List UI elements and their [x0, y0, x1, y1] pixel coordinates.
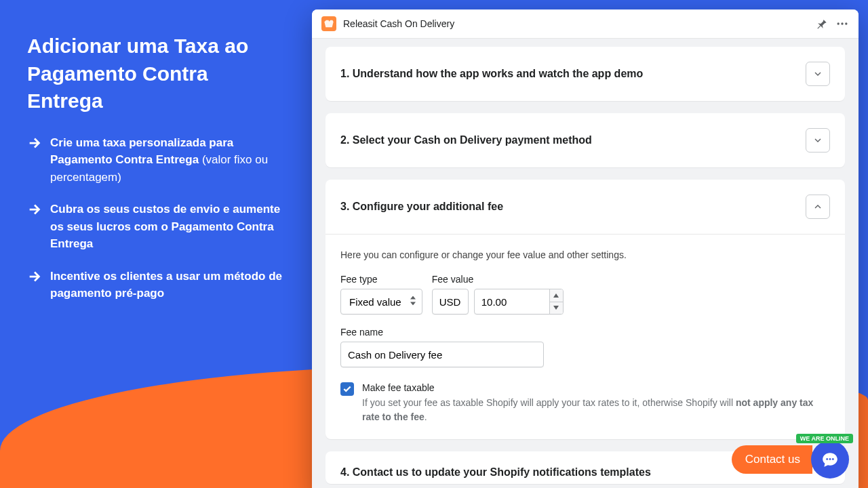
- step-header[interactable]: 1. Understand how the app works and watc…: [326, 47, 845, 101]
- collapse-button[interactable]: [806, 195, 830, 219]
- config-intro: Here you can configure or change your fe…: [340, 249, 830, 260]
- step-title: 4. Contact us to update your Shopify not…: [340, 466, 651, 479]
- app-logo-icon: [321, 16, 336, 31]
- bullet-item: Crie uma taxa personalizada para Pagamen…: [27, 134, 285, 186]
- chat-button[interactable]: WE ARE ONLINE: [811, 441, 849, 479]
- svg-point-4: [829, 458, 831, 460]
- steps-container: 1. Understand how the app works and watc…: [312, 39, 859, 488]
- select-arrows-icon: [410, 296, 416, 308]
- expand-button[interactable]: [806, 62, 830, 86]
- online-badge: WE ARE ONLINE: [796, 434, 853, 443]
- step-header[interactable]: 3. Configure your additional fee: [326, 180, 845, 234]
- fee-type-select[interactable]: Fixed value: [340, 289, 422, 314]
- arrow-right-icon: [27, 136, 42, 150]
- step-title: 1. Understand how the app works and watc…: [340, 68, 643, 80]
- chat-icon: [821, 451, 839, 468]
- app-window: Releasit Cash On Delivery 1. Understand …: [312, 9, 859, 488]
- stepper-down-button[interactable]: [549, 302, 563, 314]
- expand-button[interactable]: [806, 128, 830, 152]
- step-card-2: 2. Select your Cash on Delivery payment …: [326, 113, 845, 167]
- svg-point-5: [832, 458, 834, 460]
- fee-value-label: Fee value: [432, 274, 564, 285]
- bullet-item: Cubra os seus custos de envio e aumente …: [27, 201, 285, 253]
- pin-icon[interactable]: [815, 17, 829, 30]
- fee-value-group: Fee value USD: [432, 274, 564, 314]
- svg-point-2: [845, 22, 847, 24]
- fee-name-group: Fee name Cash on Delivery fee: [340, 327, 830, 367]
- currency-display: USD: [432, 289, 469, 314]
- page-title: Adicionar uma Taxa ao Pagamento Contra E…: [27, 33, 285, 115]
- step-title: 2. Select your Cash on Delivery payment …: [340, 134, 592, 146]
- bullet-list: Crie uma taxa personalizada para Pagamen…: [27, 134, 285, 302]
- svg-point-1: [841, 22, 843, 24]
- step-title: 3. Configure your additional fee: [340, 201, 503, 213]
- chevron-down-icon: [812, 68, 823, 79]
- taxable-checkbox[interactable]: [340, 382, 354, 396]
- svg-point-3: [826, 458, 828, 460]
- step-body: Here you can configure or change your fe…: [326, 234, 845, 439]
- fee-name-input[interactable]: Cash on Delivery fee: [340, 342, 544, 367]
- app-title: Releasit Cash On Delivery: [343, 18, 808, 29]
- chevron-up-icon: [812, 201, 823, 212]
- fee-name-label: Fee name: [340, 327, 830, 338]
- arrow-right-icon: [27, 269, 42, 284]
- taxable-label: Make fee taxable: [362, 382, 830, 393]
- more-menu-icon[interactable]: [835, 17, 849, 30]
- fee-value-input-wrapper: [474, 289, 564, 314]
- chevron-down-icon: [812, 135, 823, 146]
- fee-type-label: Fee type: [340, 274, 422, 285]
- taxable-help: If you set your fee as taxable Shopify w…: [362, 396, 830, 424]
- step-card-1: 1. Understand how the app works and watc…: [326, 47, 845, 101]
- marketing-panel: Adicionar uma Taxa ao Pagamento Contra E…: [27, 33, 285, 317]
- bullet-item: Incentive os clientes a usar um método d…: [27, 268, 285, 302]
- svg-point-0: [837, 22, 840, 24]
- contact-widget: Contact us WE ARE ONLINE: [732, 441, 849, 479]
- fee-type-group: Fee type Fixed value: [340, 274, 422, 314]
- check-icon: [342, 384, 352, 394]
- app-header: Releasit Cash On Delivery: [312, 9, 859, 39]
- contact-us-button[interactable]: Contact us: [732, 445, 812, 474]
- arrow-right-icon: [27, 202, 42, 217]
- step-header[interactable]: 2. Select your Cash on Delivery payment …: [326, 113, 845, 167]
- fee-type-value-row: Fee type Fixed value Fee value USD: [340, 274, 830, 314]
- stepper-up-button[interactable]: [549, 289, 563, 302]
- step-card-3: 3. Configure your additional fee Here yo…: [326, 180, 845, 439]
- taxable-row: Make fee taxable If you set your fee as …: [340, 382, 830, 424]
